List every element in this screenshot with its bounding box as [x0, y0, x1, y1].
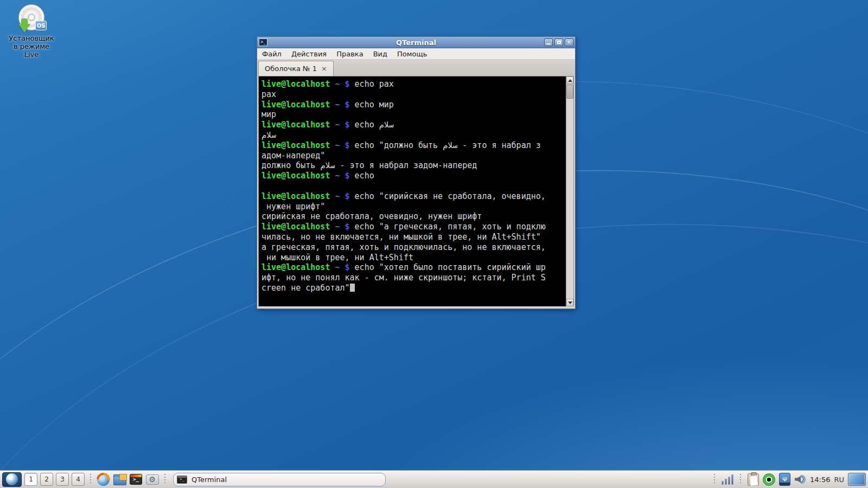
taskbar-task-qterminal[interactable]: >_ QTerminal: [173, 473, 386, 486]
firefox-icon: [97, 473, 110, 486]
terminal-line: ифт, но не понял как - см. ниже скриншот…: [261, 273, 566, 283]
terminal-line: مالس: [261, 130, 566, 140]
menu-view[interactable]: Вид: [368, 48, 392, 59]
clock[interactable]: 14:56: [810, 476, 830, 484]
desktop-icon-label-line3: Live: [3, 50, 60, 59]
taskbar-separator: [164, 474, 165, 485]
menu-edit[interactable]: Правка: [331, 48, 368, 59]
keyboard-layout-indicator[interactable]: RU: [834, 476, 844, 484]
settings-launcher[interactable]: ⚙: [145, 473, 159, 486]
close-button[interactable]: ✕: [565, 38, 573, 46]
minimize-button[interactable]: [544, 38, 553, 46]
terminal-line: live@localhost ~ $ echo "сирийская не ср…: [261, 191, 566, 202]
cd-install-icon: OS: [17, 4, 46, 33]
minimize-icon: [546, 43, 551, 44]
terminal-line: чилась, но не включается, ни мышкой в тр…: [261, 232, 566, 242]
arrow-up-icon: [568, 79, 572, 82]
terminal-line: live@localhost ~ $ echo "а греческая, пя…: [261, 222, 566, 232]
close-icon: ✕: [567, 40, 571, 45]
terminal-line: нужен шрифт": [261, 202, 566, 212]
terminal-line: creen не сработал": [261, 283, 566, 293]
scroll-up-button[interactable]: [566, 76, 573, 84]
terminal-line: live@localhost ~ $ echo مالس: [261, 120, 566, 130]
scroll-down-button[interactable]: [566, 299, 573, 306]
scrollbar-thumb[interactable]: [566, 85, 573, 99]
clipboard-icon[interactable]: [748, 473, 759, 486]
terminal-line: live@localhost ~ $ echo "должно быть سلا…: [261, 140, 566, 151]
window-titlebar[interactable]: >_ QTerminal ✕: [257, 37, 575, 48]
gear-icon: ⚙: [146, 474, 159, 485]
menu-file[interactable]: Файл: [257, 48, 286, 59]
tab-close-icon[interactable]: ×: [321, 65, 327, 72]
taskbar-separator: [714, 474, 715, 485]
menu-actions[interactable]: Действия: [286, 48, 331, 59]
workspace-button-2[interactable]: 2: [40, 473, 53, 486]
terminal-line: live@localhost ~ $ echo "хотел было пост…: [261, 262, 566, 273]
tab-label: Оболочка № 1: [265, 65, 317, 73]
main-menu-button[interactable]: [2, 472, 22, 487]
taskbar-separator: [740, 474, 741, 485]
taskbar-separator: [90, 474, 91, 485]
terminal-line: адом-наперед": [261, 151, 566, 161]
folder-icon: [113, 476, 126, 485]
window-bottom-frame: [257, 306, 575, 309]
os-badge: OS: [35, 21, 47, 30]
desktop-icon-label-line1: Установщик: [3, 34, 60, 42]
terminal-line: а греческая, пятая, хоть и подключилась,…: [261, 242, 566, 253]
desktop-icon-label-line2: в режиме: [3, 42, 60, 50]
qterminal-window: >_ QTerminal ✕ Файл Действия Правка Вид …: [257, 36, 576, 309]
terminal-launcher[interactable]: >_: [129, 473, 143, 486]
terminal-scrollbar[interactable]: [566, 76, 573, 306]
menu-bar: Файл Действия Правка Вид Помощь: [257, 48, 575, 60]
sound-wave-icon: [801, 475, 806, 484]
workspace-button-4[interactable]: 4: [72, 473, 85, 486]
task-terminal-icon: >_: [177, 476, 187, 484]
terminal-screen[interactable]: live@localhost ~ $ echo paxpaxlive@local…: [259, 76, 566, 306]
scrollbar-track[interactable]: [566, 84, 573, 299]
task-label: QTerminal: [192, 476, 227, 484]
usb-device-icon[interactable]: Ψ: [779, 473, 790, 486]
terminal-icon: >_: [130, 474, 142, 485]
terminal-line: [261, 181, 566, 191]
terminal-line: сирийская не сработала, очевидно, нужен …: [261, 211, 566, 222]
terminal-window-icon: >_: [259, 38, 267, 46]
workspace-button-3[interactable]: 3: [56, 473, 69, 486]
network-monitor-icon[interactable]: [722, 474, 733, 485]
tab-shell-1[interactable]: Оболочка № 1 ×: [258, 61, 334, 76]
maximize-icon: [557, 41, 561, 44]
volume-icon[interactable]: [794, 474, 806, 485]
firefox-launcher[interactable]: [97, 473, 110, 486]
show-desktop-button[interactable]: [848, 473, 866, 486]
tab-bar: Оболочка № 1 ×: [257, 60, 575, 76]
monitor-applet-icon[interactable]: [763, 473, 775, 486]
desktop-icon-live-installer[interactable]: OS Установщик в режиме Live: [3, 4, 60, 59]
terminal-line: live@localhost ~ $ echo pax: [261, 79, 566, 89]
maximize-button[interactable]: [554, 38, 563, 46]
terminal-line: live@localhost ~ $ echo мир: [261, 100, 566, 110]
terminal-cursor: [350, 284, 355, 292]
workspace-button-1[interactable]: 1: [24, 473, 37, 486]
terminal-line: мир: [261, 110, 566, 120]
arrow-down-icon: [568, 301, 572, 304]
terminal-line: live@localhost ~ $ echo: [261, 171, 566, 181]
file-manager-launcher[interactable]: [113, 473, 126, 486]
taskbar: 1 2 3 4 >_ ⚙ >_ QTerminal Ψ 14:56 RU: [0, 470, 868, 488]
window-title: QTerminal: [257, 38, 575, 47]
menu-help[interactable]: Помощь: [392, 48, 432, 59]
distro-logo-icon: [6, 473, 18, 485]
terminal-line: ни мышкой в трее, ни Alt+Shift: [261, 253, 566, 263]
terminal-line: pax: [261, 89, 566, 100]
terminal-line: должно быть سلام - это я набрал задом-на…: [261, 160, 566, 171]
download-arrow-icon: [18, 24, 30, 33]
